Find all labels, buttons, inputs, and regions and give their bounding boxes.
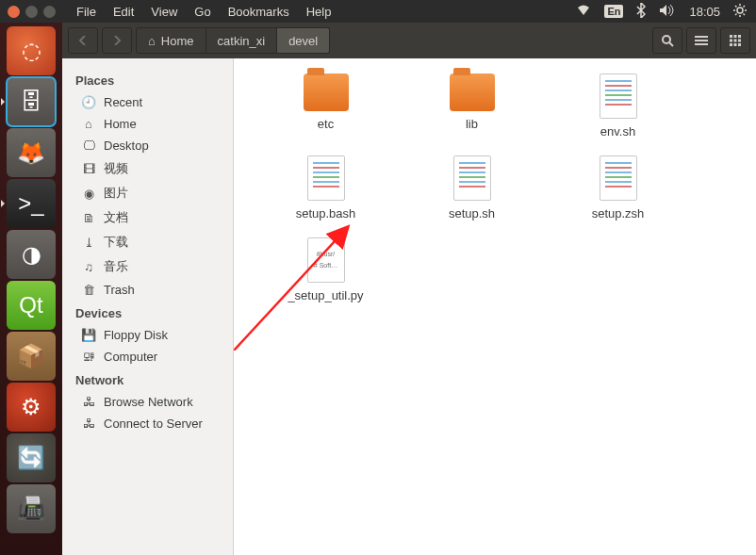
home-icon: ⌂ <box>81 117 96 131</box>
search-button[interactable] <box>652 27 682 54</box>
browse-network-icon: 🖧 <box>81 395 96 409</box>
launcher-package[interactable]: 📦 <box>7 332 56 381</box>
sidebar-item-label: 视频 <box>104 160 128 177</box>
menu-go[interactable]: Go <box>187 2 218 22</box>
launcher-terminal[interactable]: >_ <box>7 179 56 228</box>
volume-icon[interactable] <box>659 4 676 20</box>
menu-bar: FileEditViewGoBookmarksHelp <box>69 2 338 22</box>
svg-rect-22 <box>738 43 741 46</box>
sidebar-item-trash[interactable]: 🗑Trash <box>62 279 233 301</box>
file-manager-window: ⌂Homecatkin_xidevel Places🕘Recent⌂Home🖵D… <box>62 23 756 555</box>
svg-rect-16 <box>738 35 741 38</box>
folder-icon <box>450 73 495 111</box>
file-name-label: setup.bash <box>296 206 356 220</box>
breadcrumb-catkin_xi[interactable]: catkin_xi <box>206 27 278 54</box>
launcher-eclipse[interactable]: ◑ <box>7 230 56 279</box>
svg-line-5 <box>735 6 737 8</box>
sidebar-item-label: 图片 <box>104 185 128 202</box>
connect-server-icon: 🖧 <box>81 416 96 431</box>
script-file-icon <box>600 73 637 119</box>
menu-view[interactable]: View <box>143 2 185 22</box>
sidebar: Places🕘Recent⌂Home🖵Desktop🎞视频◉图片🗎文档⤓下载♫音… <box>62 58 234 555</box>
file-item[interactable]: setup.sh <box>399 155 545 220</box>
folder-icon <box>304 73 349 111</box>
network-wifi-icon[interactable] <box>576 4 591 20</box>
sidebar-item-home[interactable]: ⌂Home <box>62 113 233 135</box>
launcher-firefox[interactable]: 🦊 <box>7 128 56 177</box>
desktop-icon: 🖵 <box>81 139 96 153</box>
top-panel: FileEditViewGoBookmarksHelp En 18:05 <box>0 0 756 23</box>
file-name-label: setup.zsh <box>592 206 645 220</box>
bluetooth-icon[interactable] <box>636 3 646 21</box>
launcher-qt[interactable]: Qt <box>7 281 56 330</box>
sidebar-item-label: 下载 <box>104 234 128 251</box>
launcher-settings[interactable]: ⚙ <box>7 383 56 432</box>
launcher-files[interactable]: 🗄 <box>7 77 56 126</box>
file-item[interactable]: lib <box>399 73 545 139</box>
svg-rect-18 <box>734 40 737 42</box>
file-item[interactable]: #!/usr/# Soft…_setup_util.py <box>253 237 399 302</box>
session-gear-icon[interactable] <box>733 4 747 20</box>
sidebar-section-devices: Devices <box>62 301 233 324</box>
file-view[interactable]: etclibenv.shsetup.bashsetup.shsetup.zsh#… <box>234 58 756 555</box>
nav-back-button[interactable] <box>68 27 98 54</box>
breadcrumb-devel[interactable]: devel <box>277 27 330 54</box>
sidebar-item-documents[interactable]: 🗎文档 <box>62 205 233 230</box>
svg-rect-15 <box>734 35 737 38</box>
keyboard-layout-indicator[interactable]: En <box>604 5 623 18</box>
file-item[interactable]: setup.zsh <box>545 155 691 220</box>
breadcrumb-home[interactable]: ⌂Home <box>136 27 206 54</box>
script-file-icon <box>600 155 637 201</box>
launcher-updater[interactable]: 🔄 <box>7 433 56 482</box>
clock[interactable]: 18:05 <box>689 5 720 19</box>
svg-line-10 <box>669 42 673 46</box>
videos-icon: 🎞 <box>81 162 96 176</box>
sidebar-item-browse-network[interactable]: 🖧Browse Network <box>62 391 233 413</box>
file-name-label: etc <box>318 117 334 131</box>
file-item[interactable]: setup.bash <box>253 155 399 220</box>
home-icon: ⌂ <box>148 34 156 48</box>
indicator-area: En 18:05 <box>576 3 750 21</box>
window-close-button[interactable] <box>8 6 20 18</box>
nav-forward-button[interactable] <box>102 27 132 54</box>
documents-icon: 🗎 <box>81 211 96 225</box>
svg-line-6 <box>744 13 746 15</box>
sidebar-item-pictures[interactable]: ◉图片 <box>62 181 233 205</box>
file-name-label: lib <box>466 117 478 131</box>
sidebar-item-music[interactable]: ♫音乐 <box>62 254 233 279</box>
file-item[interactable]: etc <box>253 73 399 139</box>
file-name-label: env.sh <box>600 124 635 139</box>
sidebar-item-desktop[interactable]: 🖵Desktop <box>62 135 233 156</box>
sidebar-item-recent[interactable]: 🕘Recent <box>62 91 233 113</box>
window-minimize-button[interactable] <box>25 6 38 18</box>
svg-point-9 <box>663 36 670 43</box>
sidebar-item-label: 文档 <box>104 209 128 226</box>
menu-file[interactable]: File <box>69 2 104 22</box>
sidebar-item-videos[interactable]: 🎞视频 <box>62 156 233 181</box>
floppy-icon: 💾 <box>81 328 96 342</box>
sidebar-item-floppy[interactable]: 💾Floppy Disk <box>62 324 233 346</box>
sidebar-item-connect-server[interactable]: 🖧Connect to Server <box>62 413 233 434</box>
toolbar: ⌂Homecatkin_xidevel <box>62 23 756 58</box>
file-item[interactable]: env.sh <box>545 73 691 139</box>
sidebar-item-label: Trash <box>104 283 135 297</box>
file-name-label: setup.sh <box>449 206 495 220</box>
menu-bookmarks[interactable]: Bookmarks <box>221 2 297 22</box>
sidebar-item-label: Computer <box>104 350 157 364</box>
sidebar-section-network: Network <box>62 367 233 391</box>
svg-rect-17 <box>730 40 732 42</box>
view-grid-button[interactable] <box>720 27 750 54</box>
recent-icon: 🕘 <box>81 95 96 109</box>
sidebar-item-computer[interactable]: 🖳Computer <box>62 346 233 367</box>
launcher-dash[interactable]: ◌ <box>7 26 56 75</box>
window-maximize-button[interactable] <box>43 6 56 18</box>
sidebar-item-downloads[interactable]: ⤓下载 <box>62 230 233 254</box>
menu-help[interactable]: Help <box>299 2 339 22</box>
menu-edit[interactable]: Edit <box>106 2 141 22</box>
launcher-scanner[interactable]: 📠 <box>7 484 56 533</box>
sidebar-item-label: 音乐 <box>104 258 128 275</box>
breadcrumb: ⌂Homecatkin_xidevel <box>136 27 330 54</box>
pictures-icon: ◉ <box>81 187 96 201</box>
view-list-button[interactable] <box>686 27 716 54</box>
svg-line-7 <box>735 13 737 15</box>
